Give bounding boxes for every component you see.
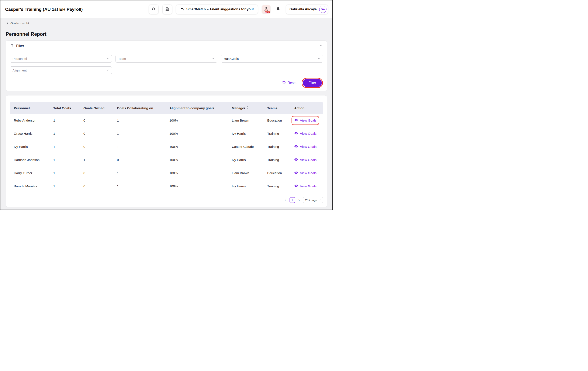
smartmatch-button[interactable]: SmartMatch – Talent suggestions for you! xyxy=(176,5,258,14)
cell-alignment: 100% xyxy=(165,127,228,140)
app-window: Casper's Training (AU 1st EH Payroll) Sm… xyxy=(0,0,333,210)
cell-goals-owned: 1 xyxy=(79,153,113,166)
view-goals-label: View Goals xyxy=(300,171,316,175)
view-goals-link[interactable]: View Goals xyxy=(292,116,319,124)
chevron-left-icon xyxy=(6,21,9,25)
reset-label: Reset xyxy=(288,81,296,85)
has-goals-select[interactable]: Has Goals xyxy=(221,55,323,62)
table-row: Brenda Morales 1 0 1 100% Ivy Harris Tra… xyxy=(10,180,323,193)
table-header-row: Personnel Total Goals Goals Owned Goals … xyxy=(10,102,323,114)
chevron-down-icon xyxy=(317,57,320,61)
cell-teams: Training xyxy=(263,180,290,193)
chevron-down-icon xyxy=(106,57,109,61)
column-header-goals-owned: Goals Owned xyxy=(79,102,113,114)
cell-goals-owned: 0 xyxy=(79,166,113,180)
top-bar: Casper's Training (AU 1st EH Payroll) Sm… xyxy=(0,0,332,18)
cell-manager: Liam Brown xyxy=(228,114,263,127)
cell-goals-owned: 0 xyxy=(79,180,113,193)
reset-button[interactable]: Reset xyxy=(282,81,296,85)
sort-by-manager[interactable]: Manager xyxy=(232,106,249,110)
view-goals-label: View Goals xyxy=(300,132,316,135)
column-header-personnel: Personnel xyxy=(10,102,49,114)
cell-manager: Casper Claude xyxy=(228,140,263,153)
reset-icon xyxy=(282,81,286,85)
page-size-select[interactable]: 20 / page xyxy=(303,197,323,203)
filter-panel-body: Personnel Team Has Goals xyxy=(6,51,327,91)
cell-personnel: Harry Turner xyxy=(10,166,49,180)
view-goals-link[interactable]: View Goals xyxy=(292,182,319,190)
funnel-icon xyxy=(10,43,14,48)
cell-personnel: Ivy Harris xyxy=(10,140,49,153)
chevron-down-icon xyxy=(106,69,109,72)
table-row: Harry Turner 1 0 1 100% Liam Brown Educa… xyxy=(10,166,323,180)
view-goals-link[interactable]: View Goals xyxy=(292,130,319,138)
cell-alignment: 100% xyxy=(165,140,228,153)
personnel-report-card: Personnel Total Goals Goals Owned Goals … xyxy=(6,95,327,207)
flask-icon xyxy=(264,7,269,12)
cell-total-goals: 1 xyxy=(49,180,79,193)
sort-icon xyxy=(247,106,249,110)
cell-goals-collaborating: 1 xyxy=(113,166,165,180)
app-title: Casper's Training (AU 1st EH Payroll) xyxy=(5,7,83,12)
user-menu-button[interactable]: Gabriella Alicaya GA xyxy=(286,5,328,14)
breadcrumb-label: Goals Insight xyxy=(10,21,29,25)
cell-total-goals: 1 xyxy=(49,166,79,180)
labs-beta-button[interactable]: BETA xyxy=(262,5,271,14)
view-goals-link[interactable]: View Goals xyxy=(292,169,319,177)
cell-goals-collaborating: 1 xyxy=(113,127,165,140)
top-bar-actions: SmartMatch – Talent suggestions for you!… xyxy=(149,5,328,14)
sparkle-icon xyxy=(180,7,184,12)
chevron-up-icon xyxy=(319,44,323,48)
page-title: Personnel Report xyxy=(6,31,327,37)
cell-personnel: Ruby Anderson xyxy=(10,114,49,127)
column-header-alignment: Alignment to company goals xyxy=(165,102,228,114)
page-content: Goals Insight Personnel Report Filter xyxy=(0,21,332,207)
table-row: Grace Harris 1 0 1 100% Ivy Harris Train… xyxy=(10,127,323,140)
column-header-manager: Manager xyxy=(228,102,263,114)
personnel-select[interactable]: Personnel xyxy=(10,55,112,62)
search-button[interactable] xyxy=(149,5,158,14)
user-name: Gabriella Alicaya xyxy=(290,7,317,11)
table-row: Harrison Johnson 1 1 0 100% Ivy Harris T… xyxy=(10,153,323,166)
next-page-button[interactable]: › xyxy=(298,198,301,202)
cell-manager: Ivy Harris xyxy=(228,153,263,166)
page-size-value: 20 / page xyxy=(305,198,317,202)
notifications-button[interactable] xyxy=(275,5,282,14)
organisation-button[interactable] xyxy=(163,5,172,14)
team-select[interactable]: Team xyxy=(116,55,218,62)
cell-goals-owned: 0 xyxy=(79,114,113,127)
column-header-total-goals: Total Goals xyxy=(49,102,79,114)
cell-total-goals: 1 xyxy=(49,153,79,166)
previous-page-button[interactable]: ‹ xyxy=(284,198,287,202)
cell-personnel: Harrison Johnson xyxy=(10,153,49,166)
alignment-select[interactable]: Alignment xyxy=(10,66,112,74)
view-goals-label: View Goals xyxy=(300,119,316,122)
view-goals-link[interactable]: View Goals xyxy=(292,156,319,164)
cell-teams: Education xyxy=(263,114,290,127)
eye-icon xyxy=(294,158,298,162)
cell-manager: Ivy Harris xyxy=(228,180,263,193)
filter-fields: Personnel Team Has Goals xyxy=(10,55,323,74)
personnel-table: Personnel Total Goals Goals Owned Goals … xyxy=(10,102,323,193)
collapse-filter-button[interactable] xyxy=(319,44,323,48)
filter-panel-title: Filter xyxy=(16,44,24,48)
eye-icon xyxy=(294,171,298,175)
cell-total-goals: 1 xyxy=(49,127,79,140)
column-header-action: Action xyxy=(290,102,323,114)
avatar: GA xyxy=(319,6,326,13)
filter-submit-button[interactable]: Filter xyxy=(303,79,322,87)
building-icon xyxy=(165,7,169,12)
cell-manager: Liam Brown xyxy=(228,166,263,180)
table-row: Ruby Anderson 1 0 1 100% Liam Brown Educ… xyxy=(10,114,323,127)
cell-total-goals: 1 xyxy=(49,140,79,153)
cell-teams: Training xyxy=(263,153,290,166)
cell-teams: Training xyxy=(263,140,290,153)
breadcrumb-back[interactable]: Goals Insight xyxy=(6,21,29,25)
eye-icon xyxy=(294,184,298,189)
cell-personnel: Brenda Morales xyxy=(10,180,49,193)
pagination: ‹ 1 › 20 / page xyxy=(10,197,323,203)
search-icon xyxy=(152,7,156,12)
page-number-button[interactable]: 1 xyxy=(290,197,295,203)
cell-goals-collaborating: 1 xyxy=(113,180,165,193)
view-goals-link[interactable]: View Goals xyxy=(292,143,319,151)
